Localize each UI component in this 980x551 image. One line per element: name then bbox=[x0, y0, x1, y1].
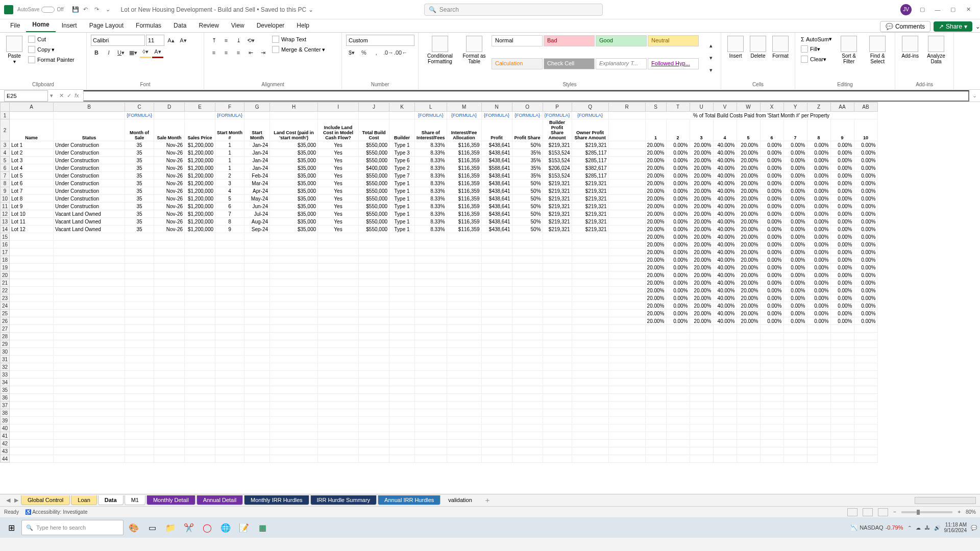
cell[interactable] bbox=[543, 447, 572, 455]
cell[interactable] bbox=[215, 287, 244, 294]
cell[interactable] bbox=[359, 287, 389, 294]
cell[interactable] bbox=[608, 241, 645, 248]
cell-style-neutral[interactable]: Neutral bbox=[648, 35, 699, 46]
column-header[interactable]: AA bbox=[830, 103, 854, 112]
cell[interactable]: Start Month bbox=[244, 119, 270, 141]
cell[interactable] bbox=[318, 402, 359, 409]
cell[interactable] bbox=[760, 402, 783, 409]
column-header[interactable]: P bbox=[543, 103, 572, 112]
cell[interactable]: 0.00% bbox=[666, 172, 690, 180]
cell[interactable]: 40.00% bbox=[713, 210, 737, 218]
cell[interactable] bbox=[185, 356, 215, 363]
cell[interactable]: Nov-26 bbox=[154, 187, 185, 195]
cell[interactable]: $1,200,000 bbox=[185, 187, 215, 195]
cell[interactable]: 0.00% bbox=[854, 279, 877, 287]
cell[interactable] bbox=[481, 264, 512, 271]
cell[interactable] bbox=[783, 325, 807, 333]
cell[interactable]: 20.00% bbox=[737, 271, 760, 279]
cell[interactable] bbox=[215, 248, 244, 256]
cell[interactable]: 0.00% bbox=[666, 180, 690, 187]
cell[interactable]: 0.00% bbox=[807, 164, 830, 172]
cell[interactable]: {FORMULA} bbox=[215, 112, 244, 119]
cell[interactable]: 35% bbox=[512, 172, 543, 180]
cell[interactable] bbox=[415, 455, 447, 463]
cell[interactable] bbox=[389, 279, 415, 287]
cell[interactable] bbox=[447, 294, 481, 302]
cell[interactable] bbox=[572, 386, 608, 394]
row-header[interactable]: 12 bbox=[1, 210, 10, 218]
cell[interactable] bbox=[270, 356, 318, 363]
cell[interactable] bbox=[645, 371, 666, 379]
cell[interactable]: 40.00% bbox=[713, 279, 737, 287]
cell[interactable]: Lot 12 bbox=[10, 226, 54, 233]
cell[interactable] bbox=[737, 440, 760, 447]
cell[interactable]: 50% bbox=[512, 203, 543, 210]
cell[interactable] bbox=[318, 371, 359, 379]
cell[interactable] bbox=[244, 241, 270, 248]
cell[interactable] bbox=[737, 379, 760, 386]
cell[interactable] bbox=[318, 409, 359, 417]
tab-developer[interactable]: Developer bbox=[251, 19, 291, 32]
cell[interactable] bbox=[608, 417, 645, 424]
opera-icon[interactable]: ◯ bbox=[199, 519, 215, 536]
cell[interactable]: Type 1 bbox=[389, 141, 415, 149]
cell[interactable]: Lot 9 bbox=[10, 203, 54, 210]
cell[interactable]: 0.00% bbox=[666, 218, 690, 226]
cell[interactable] bbox=[512, 371, 543, 379]
cell[interactable]: 1 bbox=[645, 119, 666, 141]
file-explorer-icon[interactable]: 📁 bbox=[162, 519, 179, 536]
cell[interactable]: $35,000 bbox=[270, 180, 318, 187]
cell[interactable]: $285,117 bbox=[572, 172, 608, 180]
cell[interactable]: 0.00% bbox=[830, 157, 854, 164]
cell[interactable]: 20.00% bbox=[645, 149, 666, 157]
cut-button[interactable]: Cut bbox=[27, 35, 76, 44]
styles-scroll-down-icon[interactable]: ▾ bbox=[705, 52, 717, 63]
cell[interactable]: 0.00% bbox=[830, 226, 854, 233]
name-box-dropdown-icon[interactable]: ▾ bbox=[48, 92, 55, 99]
cell[interactable] bbox=[54, 440, 125, 447]
cell[interactable] bbox=[185, 333, 215, 340]
cell[interactable]: 20.00% bbox=[737, 310, 760, 317]
cell[interactable]: 20.00% bbox=[645, 164, 666, 172]
cell[interactable]: Yes bbox=[318, 210, 359, 218]
cell[interactable] bbox=[807, 409, 830, 417]
cell[interactable] bbox=[807, 417, 830, 424]
cell[interactable] bbox=[690, 440, 713, 447]
cell[interactable] bbox=[608, 394, 645, 402]
cell[interactable] bbox=[830, 340, 854, 348]
cell[interactable]: 0.00% bbox=[783, 264, 807, 271]
cell[interactable]: Type 7 bbox=[389, 172, 415, 180]
cell[interactable]: $1,200,000 bbox=[185, 203, 215, 210]
cell[interactable] bbox=[125, 402, 154, 409]
cell[interactable]: Nov-26 bbox=[154, 164, 185, 172]
border-button[interactable]: ▦▾ bbox=[128, 47, 139, 58]
cell[interactable]: Under Construction bbox=[54, 187, 125, 195]
row-header[interactable]: 21 bbox=[1, 279, 10, 287]
cell[interactable] bbox=[154, 317, 185, 325]
cell[interactable] bbox=[572, 417, 608, 424]
cell[interactable] bbox=[512, 455, 543, 463]
sheet-tab-annual-detail[interactable]: Annual Detail bbox=[197, 495, 243, 505]
cell[interactable]: $438,641 bbox=[481, 180, 512, 187]
cell[interactable]: 0.00% bbox=[830, 164, 854, 172]
cell[interactable] bbox=[415, 256, 447, 264]
cell[interactable]: Jan-24 bbox=[244, 141, 270, 149]
cell[interactable]: Name bbox=[10, 119, 54, 141]
cell[interactable]: 40.00% bbox=[713, 195, 737, 203]
cell[interactable] bbox=[54, 112, 125, 119]
cell[interactable]: 0.00% bbox=[760, 317, 783, 325]
cell[interactable] bbox=[215, 424, 244, 432]
cell[interactable] bbox=[359, 424, 389, 432]
cell[interactable]: 20.00% bbox=[645, 210, 666, 218]
cell[interactable] bbox=[244, 340, 270, 348]
cell-style-bad[interactable]: Bad bbox=[544, 35, 595, 46]
cell[interactable]: $219,321 bbox=[543, 226, 572, 233]
cell[interactable]: 50% bbox=[512, 195, 543, 203]
cell[interactable]: 40.00% bbox=[713, 149, 737, 157]
cell[interactable]: $1,200,000 bbox=[185, 218, 215, 226]
cell[interactable] bbox=[481, 386, 512, 394]
cell[interactable]: 0.00% bbox=[807, 141, 830, 149]
cell[interactable] bbox=[690, 371, 713, 379]
cell[interactable] bbox=[543, 310, 572, 317]
cell[interactable] bbox=[447, 287, 481, 294]
